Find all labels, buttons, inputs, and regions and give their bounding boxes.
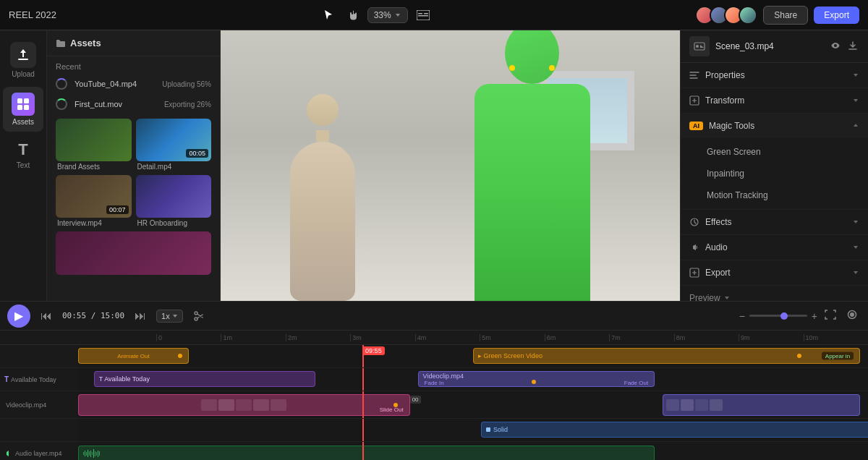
audio-section[interactable]: Audio (681, 235, 868, 260)
track-area-5 (78, 442, 868, 460)
upload-status-2: Exporting 26% (164, 101, 211, 108)
topbar-right: Share Export (695, 6, 859, 25)
clip-videoclip-pink[interactable]: Slide Out (78, 394, 410, 416)
speed-selector[interactable]: 1x (156, 310, 183, 323)
svg-rect-2 (424, 13, 428, 14)
upload-item-row: YouTube_04.mp4 Uploading 56% (47, 74, 220, 94)
share-button[interactable]: Share (763, 6, 808, 25)
transform-icon (689, 95, 699, 106)
transform-section[interactable]: Transform (681, 88, 868, 114)
track-area-2: T Available Today Videoclip.mp4 Fade In … (78, 368, 868, 391)
effects-chevron-icon (852, 218, 859, 226)
preview-section: Preview (681, 286, 868, 301)
zoom-in-button[interactable]: + (812, 310, 817, 322)
thumb-duration-interview: 00:07 (106, 205, 129, 214)
zoom-out-button[interactable]: − (739, 310, 745, 322)
clip-available-today[interactable]: T Available Today (94, 371, 315, 387)
svg-rect-8 (24, 105, 29, 110)
magic-tools-section: AI Magic Tools Green Screen Inpainting M… (681, 114, 868, 210)
track-label-5: Audio layer.mp4 (0, 442, 78, 460)
thumb-brand-assets[interactable]: Brand Assets (56, 119, 132, 171)
zoom-slider[interactable] (749, 315, 807, 317)
magic-item-inpainting[interactable]: Inpainting (681, 163, 868, 184)
settings-button[interactable] (843, 306, 861, 325)
clip-videoclip-1[interactable]: Videoclip.mp4 Fade In Fade Out (418, 371, 655, 387)
playhead-track-4 (362, 419, 364, 441)
svg-point-10 (696, 45, 699, 48)
svg-rect-6 (24, 98, 29, 103)
sidebar-item-text[interactable]: T Text (3, 135, 43, 175)
timestamp-badge: 09:55 (362, 346, 385, 355)
scene-more-button[interactable] (846, 39, 859, 54)
preview-area (221, 30, 680, 301)
upload-name-1: YouTube_04.mp4 (75, 80, 155, 88)
svg-rect-5 (17, 98, 22, 103)
thumb-hr-onboarding[interactable]: HR Onboarding (136, 175, 212, 227)
export-icon (689, 268, 699, 278)
scene-visibility-button[interactable] (829, 39, 842, 54)
right-panel: Scene_03.mp4 Properties Transform (680, 30, 868, 301)
svg-rect-7 (17, 105, 22, 110)
magic-item-green-screen[interactable]: Green Screen (681, 141, 868, 163)
magic-item-motion-tracking[interactable]: Motion Tracking (681, 184, 868, 206)
clip-green-screen-video[interactable]: ▸ Green Screen Video Appear in (473, 348, 860, 364)
thumb-detail[interactable]: 00:05 Detail.mp4 (136, 119, 212, 171)
effects-label: Effects (705, 217, 846, 227)
track-row-4: Solid (0, 419, 868, 442)
timeline: ▶ ⏮ 00:55 / 15:00 ⏭ 1x − + (0, 301, 868, 460)
transform-chevron-icon (852, 97, 859, 104)
thumb-duration-detail: 00:05 (186, 149, 208, 158)
split-button[interactable] (189, 306, 209, 326)
magic-tools-header[interactable]: AI Magic Tools (681, 114, 868, 138)
play-button[interactable]: ▶ (7, 304, 30, 328)
properties-section[interactable]: Properties (681, 63, 868, 88)
clip-number-badge: 00 (410, 396, 421, 404)
upload-name-2: First_cut.mov (75, 100, 157, 108)
upload-status-1: Uploading 56% (162, 80, 211, 88)
thumbnail-grid: Brand Assets 00:05 Detail.mp4 00:07 Inte… (47, 114, 220, 279)
keyframe-dot (178, 354, 182, 358)
svg-rect-1 (418, 13, 422, 14)
properties-icon (689, 70, 699, 80)
captions-button[interactable] (412, 7, 434, 23)
sidebar-item-assets[interactable]: Assets (3, 87, 43, 132)
export-section[interactable]: Export (681, 260, 868, 286)
clip-audio[interactable] (78, 446, 655, 460)
skip-end-button[interactable]: ⏭ (130, 306, 150, 326)
track-area-3: Slide Out 00 (78, 391, 868, 419)
sidebar-item-upload[interactable]: Upload (3, 36, 43, 84)
left-sidebar: Upload Assets T Text (0, 30, 47, 301)
zoom-selector[interactable]: 33% (367, 7, 408, 23)
text-icon: T (18, 140, 27, 159)
topbar: REEL 2022 33% Share Export (0, 0, 868, 30)
magic-tools-chevron-icon (852, 122, 859, 129)
track-row-1: Animate Out ▸ Green Screen Video Appear … (0, 345, 868, 368)
magic-tools-label: Magic Tools (709, 121, 846, 131)
playhead-track-5 (362, 442, 364, 460)
audio-chevron-icon (852, 244, 859, 251)
clip-solid[interactable]: Solid (481, 422, 868, 438)
assets-icon (12, 93, 35, 116)
upload-spinner (56, 78, 67, 90)
recent-label: Recent (47, 56, 220, 74)
export-item-row: First_cut.mov Exporting 26% (47, 94, 220, 114)
fit-to-screen-button[interactable] (822, 306, 839, 325)
thumb-extra[interactable] (56, 231, 211, 275)
app-title: REEL 2022 (9, 9, 56, 20)
clip-videoclip-purple-2[interactable] (663, 394, 860, 416)
hand-tool-button[interactable] (343, 7, 363, 24)
main-content: Upload Assets T Text Assets Recent YouTu… (0, 30, 868, 301)
upload-icon (16, 48, 30, 62)
select-tool-button[interactable] (318, 7, 339, 24)
scene-name: Scene_03.mp4 (715, 41, 823, 51)
track-label-2: T Available Today (0, 368, 78, 391)
export-button[interactable]: Export (814, 7, 859, 24)
export-spinner (56, 98, 67, 110)
thumb-interview[interactable]: 00:07 Interview.mp4 (56, 175, 132, 227)
clip-animate-out[interactable]: Animate Out (78, 348, 189, 364)
skip-start-button[interactable]: ⏮ (36, 306, 56, 326)
toolbar-tools: 33% (318, 7, 434, 24)
fit-icon (825, 309, 836, 320)
speed-chevron-icon (172, 313, 178, 319)
effects-section[interactable]: Effects (681, 210, 868, 235)
